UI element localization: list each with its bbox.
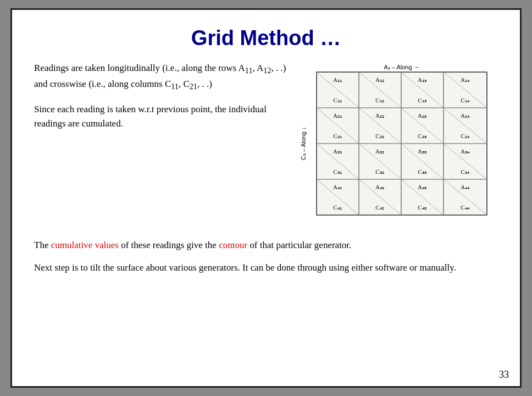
bottom-text: The cumulative values of these readings … bbox=[34, 238, 498, 275]
svg-text:C₁₂: C₁₂ bbox=[375, 97, 384, 103]
svg-text:C₄₁: C₄₁ bbox=[333, 204, 341, 211]
svg-text:C₂₂: C₂₂ bbox=[375, 133, 384, 139]
svg-text:C₂₁: C₂₁ bbox=[333, 133, 341, 139]
svg-text:C₄₃: C₄₃ bbox=[418, 204, 426, 211]
svg-text:C₃₁: C₃₁ bbox=[333, 168, 341, 175]
svg-text:C₁₁: C₁₁ bbox=[333, 97, 341, 103]
bottom-paragraph-2: Next step is to tilt the surface about v… bbox=[34, 260, 498, 275]
grid-figure: A₁ – Along → C₁ – Along ↓ bbox=[300, 61, 498, 226]
svg-text:A₂₂: A₂₂ bbox=[375, 112, 384, 119]
svg-text:A₁₄: A₁₄ bbox=[461, 76, 470, 83]
svg-text:C₄₂: C₄₂ bbox=[375, 204, 384, 211]
svg-text:A₂₃: A₂₃ bbox=[418, 112, 426, 119]
svg-text:A₁₂: A₁₂ bbox=[375, 76, 384, 83]
svg-text:C₃₄: C₃₄ bbox=[461, 168, 469, 175]
svg-text:A₁₃: A₁₃ bbox=[418, 76, 426, 83]
contour-text: contour bbox=[219, 240, 247, 250]
svg-text:A₃₂: A₃₂ bbox=[375, 148, 384, 155]
content-area: Readings are taken longitudinally (i.e.,… bbox=[34, 61, 498, 226]
slide: Grid Method … Readings are taken longitu… bbox=[10, 8, 522, 388]
svg-text:A₄₄: A₄₄ bbox=[461, 184, 470, 190]
svg-text:C₁ – Along ↓: C₁ – Along ↓ bbox=[300, 127, 307, 160]
svg-text:A₃₄: A₃₄ bbox=[461, 148, 470, 155]
grid-svg: A₁ – Along → C₁ – Along ↓ bbox=[300, 61, 495, 223]
svg-text:C₂₄: C₂₄ bbox=[461, 133, 469, 139]
svg-text:C₁₃: C₁₃ bbox=[418, 97, 426, 103]
slide-title: Grid Method … bbox=[34, 26, 498, 50]
page-number: 33 bbox=[499, 369, 509, 381]
svg-text:A₄₁: A₄₁ bbox=[333, 184, 342, 190]
svg-text:A₃₁: A₃₁ bbox=[333, 148, 342, 155]
svg-text:A₄₃: A₄₃ bbox=[418, 184, 426, 190]
text-left: Readings are taken longitudinally (i.e.,… bbox=[34, 61, 289, 140]
svg-text:A₃₃: A₃₃ bbox=[418, 148, 426, 155]
svg-text:A₁ – Along →: A₁ – Along → bbox=[384, 64, 419, 70]
cumulative-values-text: cumulative values bbox=[51, 240, 119, 250]
svg-text:A₄₂: A₄₂ bbox=[375, 184, 384, 190]
svg-text:A₂₁: A₂₁ bbox=[333, 112, 342, 119]
paragraph-2: Since each reading is taken w.r.t previo… bbox=[34, 102, 289, 130]
svg-text:A₁₁: A₁₁ bbox=[333, 76, 342, 83]
svg-text:C₂₃: C₂₃ bbox=[418, 133, 426, 139]
svg-text:A₂₄: A₂₄ bbox=[461, 112, 470, 119]
paragraph-1: Readings are taken longitudinally (i.e.,… bbox=[34, 61, 289, 92]
bottom-paragraph-1: The cumulative values of these readings … bbox=[34, 238, 498, 252]
svg-text:C₁₄: C₁₄ bbox=[461, 97, 469, 103]
svg-text:C₃₃: C₃₃ bbox=[418, 168, 426, 175]
svg-text:C₄₄: C₄₄ bbox=[461, 204, 469, 211]
svg-text:C₃₂: C₃₂ bbox=[375, 168, 384, 175]
